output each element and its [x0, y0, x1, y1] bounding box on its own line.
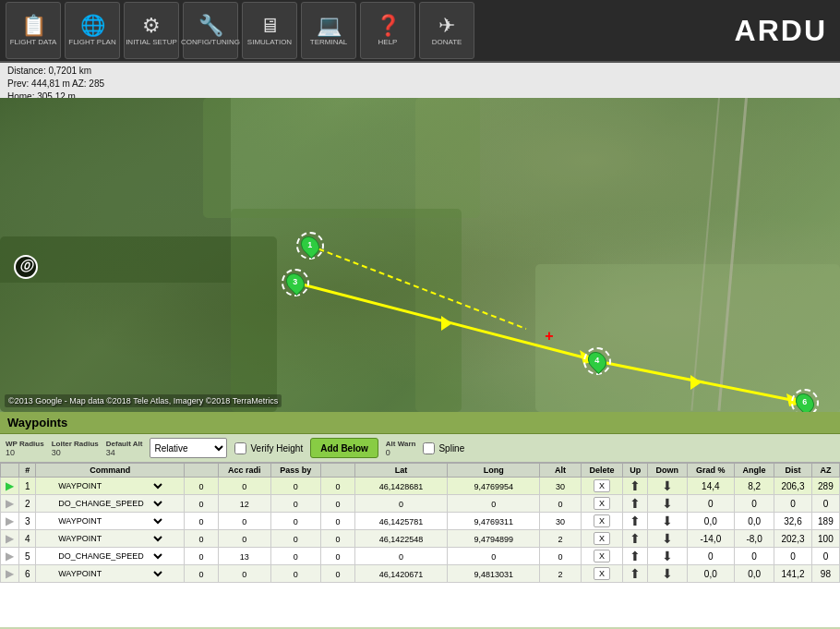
row-command-5[interactable]: WAYPOINT WAYPOINT DO_CHANGE_SPEED LOITER…: [36, 565, 185, 583]
row-pass-3[interactable]: [270, 530, 321, 548]
row-command-1[interactable]: DO_CHANGE_SPEED WAYPOINT DO_CHANGE_SPEED…: [36, 495, 185, 513]
row-down-4[interactable]: ⬇: [648, 548, 688, 565]
row-lon-4[interactable]: [448, 548, 540, 565]
add-below-button[interactable]: Add Below: [310, 438, 378, 458]
row-f4-4[interactable]: [321, 548, 355, 565]
row-delete-4[interactable]: X: [581, 548, 623, 565]
row-up-3[interactable]: ⬆: [623, 530, 648, 548]
command-select-0[interactable]: WAYPOINT WAYPOINT DO_CHANGE_SPEED LOITER…: [54, 480, 165, 491]
row-f4-0[interactable]: [321, 478, 355, 495]
row-command-0[interactable]: WAYPOINT WAYPOINT DO_CHANGE_SPEED LOITER…: [36, 478, 185, 495]
row-delete-2[interactable]: X: [581, 513, 623, 530]
row-alt-4[interactable]: [540, 548, 581, 565]
waypoint-1[interactable]: 1: [302, 236, 318, 256]
row-alt-2[interactable]: [540, 513, 581, 530]
command-select-4[interactable]: DO_CHANGE_SPEED WAYPOINT DO_CHANGE_SPEED…: [54, 550, 165, 562]
row-play-3[interactable]: ▶: [1, 530, 19, 548]
row-down-5[interactable]: ⬇: [648, 565, 688, 583]
row-lat-3[interactable]: [354, 530, 447, 548]
up-arrow-5[interactable]: ⬆: [630, 566, 641, 581]
row-lon-3[interactable]: [448, 530, 540, 548]
altitude-mode-select[interactable]: Relative Absolute Above Terrain: [150, 438, 227, 458]
row-lat-0[interactable]: [354, 478, 447, 495]
row-delete-3[interactable]: X: [581, 530, 623, 548]
toolbar-simulation[interactable]: 🖥 SIMULATION: [242, 2, 297, 59]
delete-button-4[interactable]: X: [594, 550, 610, 562]
row-up-4[interactable]: ⬆: [623, 548, 648, 565]
row-down-0[interactable]: ⬇: [648, 478, 688, 495]
verify-height-checkbox[interactable]: [234, 442, 246, 454]
row-lon-1[interactable]: [448, 495, 540, 513]
toolbar-flight-plan[interactable]: 🌐 FLIGHT PLAN: [65, 2, 120, 59]
command-select-5[interactable]: WAYPOINT WAYPOINT DO_CHANGE_SPEED LOITER…: [54, 568, 165, 579]
row-f4-3[interactable]: [321, 530, 355, 548]
toolbar-flight-data[interactable]: 📋 FLIGHT DATA: [6, 2, 61, 59]
down-arrow-3[interactable]: ⬇: [662, 531, 673, 546]
delete-button-5[interactable]: X: [594, 567, 610, 580]
row-acc-2[interactable]: [219, 513, 271, 530]
row-play-1[interactable]: ▶: [1, 495, 19, 513]
row-down-2[interactable]: ⬇: [648, 513, 688, 530]
row-lon-5[interactable]: [448, 565, 540, 583]
row-up-0[interactable]: ⬆: [623, 478, 648, 495]
row-down-1[interactable]: ⬇: [648, 495, 688, 513]
toolbar-donate[interactable]: ✈ DONATE: [419, 2, 474, 59]
waypoint-4[interactable]: 4: [589, 351, 606, 371]
command-select-2[interactable]: WAYPOINT WAYPOINT DO_CHANGE_SPEED LOITER…: [54, 515, 165, 526]
waypoints-table-container[interactable]: # Command Acc radi Pass by Lat Long Alt …: [0, 463, 840, 627]
row-play-2[interactable]: ▶: [1, 513, 19, 530]
row-f4-1[interactable]: [321, 495, 355, 513]
row-acc-1[interactable]: [219, 495, 271, 513]
down-arrow-4[interactable]: ⬇: [662, 549, 673, 563]
row-acc-3[interactable]: [219, 530, 271, 548]
row-acc-4[interactable]: [219, 548, 271, 565]
toolbar-terminal[interactable]: 💻 TERMINAL: [301, 2, 356, 59]
row-delete-5[interactable]: X: [581, 565, 623, 583]
row-play-4[interactable]: ▶: [1, 548, 19, 565]
row-alt-3[interactable]: [540, 530, 581, 548]
row-pass-0[interactable]: [270, 478, 321, 495]
row-f1-3[interactable]: [185, 530, 219, 548]
toolbar-config-tuning[interactable]: 🔧 CONFIG/TUNING: [183, 2, 238, 59]
up-arrow-1[interactable]: ⬆: [630, 496, 641, 511]
row-lon-0[interactable]: [448, 478, 540, 495]
down-arrow-0[interactable]: ⬇: [662, 478, 673, 493]
row-lat-1[interactable]: [354, 495, 447, 513]
row-lat-5[interactable]: [354, 565, 447, 583]
delete-button-3[interactable]: X: [594, 532, 610, 545]
row-f1-2[interactable]: [185, 513, 219, 530]
row-alt-0[interactable]: [540, 478, 581, 495]
row-alt-5[interactable]: [540, 565, 581, 583]
command-select-1[interactable]: DO_CHANGE_SPEED WAYPOINT DO_CHANGE_SPEED…: [54, 498, 165, 509]
waypoint-6[interactable]: 6: [797, 393, 813, 412]
map-area[interactable]: ⓪ 1 3 4 6 + ©2013 Google - Map data ©201…: [0, 98, 840, 412]
row-acc-5[interactable]: [219, 565, 271, 583]
delete-button-2[interactable]: X: [594, 514, 610, 527]
up-arrow-4[interactable]: ⬆: [630, 549, 641, 563]
row-up-2[interactable]: ⬆: [623, 513, 648, 530]
row-up-1[interactable]: ⬆: [623, 495, 648, 513]
toolbar-initial-setup[interactable]: ⚙ INITIAL SETUP: [124, 2, 179, 59]
row-f4-5[interactable]: [321, 565, 355, 583]
row-delete-1[interactable]: X: [581, 495, 623, 513]
row-lat-2[interactable]: [354, 513, 447, 530]
down-arrow-1[interactable]: ⬇: [662, 496, 673, 511]
row-up-5[interactable]: ⬆: [623, 565, 648, 583]
up-arrow-3[interactable]: ⬆: [630, 531, 641, 546]
row-pass-1[interactable]: [270, 495, 321, 513]
row-down-3[interactable]: ⬇: [648, 530, 688, 548]
spline-checkbox[interactable]: [423, 442, 435, 454]
row-pass-2[interactable]: [270, 513, 321, 530]
delete-button-0[interactable]: X: [594, 479, 610, 492]
row-lon-2[interactable]: [448, 513, 540, 530]
delete-button-1[interactable]: X: [594, 497, 610, 510]
row-command-4[interactable]: DO_CHANGE_SPEED WAYPOINT DO_CHANGE_SPEED…: [36, 548, 185, 565]
row-delete-0[interactable]: X: [581, 478, 623, 495]
down-arrow-2[interactable]: ⬇: [662, 514, 673, 528]
row-command-2[interactable]: WAYPOINT WAYPOINT DO_CHANGE_SPEED LOITER…: [36, 513, 185, 530]
toolbar-help[interactable]: ❓ HELP: [360, 2, 415, 59]
row-f1-0[interactable]: [185, 478, 219, 495]
row-f1-4[interactable]: [185, 548, 219, 565]
row-f1-5[interactable]: [185, 565, 219, 583]
row-f4-2[interactable]: [321, 513, 355, 530]
